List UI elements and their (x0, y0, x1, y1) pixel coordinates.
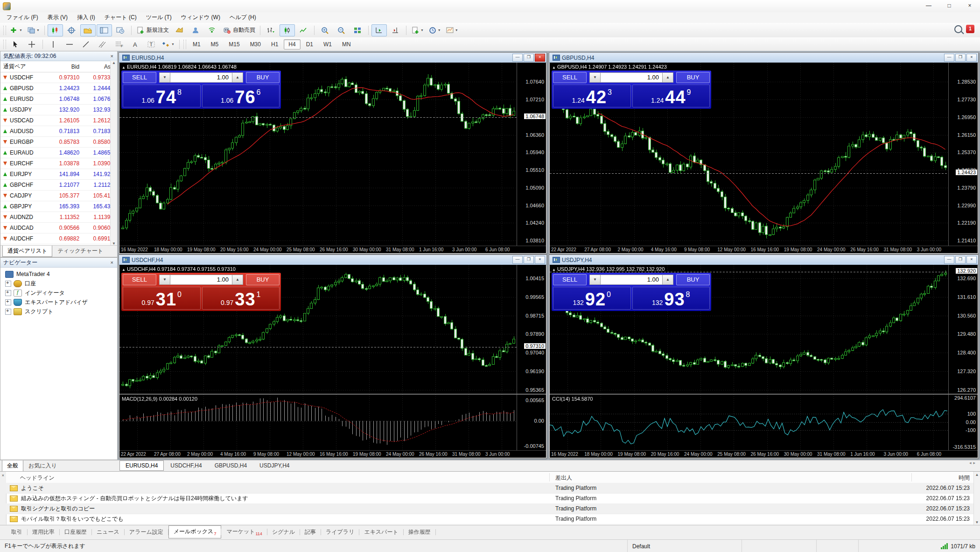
strategy-tester-button[interactable] (113, 24, 128, 36)
chart-minimize-button[interactable]: — (944, 54, 954, 62)
timeframe-w1[interactable]: W1 (319, 39, 336, 50)
collapse-icon[interactable]: ▲ (122, 65, 126, 70)
market-watch-tab-0[interactable]: 通貨ペアリスト (2, 246, 52, 257)
volume-decrease-button[interactable]: ▼ (159, 72, 170, 83)
buy-button[interactable]: BUY (246, 274, 280, 285)
text-label-tool-button[interactable]: T (144, 38, 159, 50)
navigator-item-2[interactable]: エキスパートアドバイザ (0, 297, 117, 307)
chart-shift-button[interactable] (388, 24, 403, 36)
templates-button[interactable]: ▼ (444, 24, 460, 36)
volume-input[interactable]: 1.00 (601, 72, 662, 83)
candlestick-mode-button[interactable] (280, 24, 295, 36)
volume-decrease-button[interactable]: ▼ (589, 72, 601, 83)
sell-button[interactable]: SELL (553, 72, 587, 83)
scroll-down-icon[interactable]: ▼ (975, 520, 979, 524)
menu-item-0[interactable]: ファイル (F) (2, 12, 43, 23)
sell-price-button[interactable]: 1.24423 (553, 85, 631, 107)
chart-minimize-button[interactable]: — (512, 256, 523, 264)
market-watch-row[interactable]: GBPUSD1.244231.24449 (0, 83, 117, 94)
market-watch-row[interactable]: USDJPY132.920132.938 (0, 105, 117, 115)
fibonacci-tool-button[interactable]: F (111, 38, 126, 50)
mailbox-scrollbar[interactable]: ▲▼ (973, 472, 980, 525)
horizontal-line-tool-button[interactable] (62, 38, 77, 50)
arrows-tool-button[interactable]: ▼ (160, 38, 176, 50)
market-watch-tab-1[interactable]: ティックチャート (52, 246, 108, 257)
menu-item-5[interactable]: ウィンドウ (W) (176, 12, 225, 23)
chart-close-button[interactable]: × (535, 54, 545, 62)
timeframe-m30[interactable]: M30 (245, 39, 266, 50)
timeframe-d1[interactable]: D1 (301, 39, 318, 50)
buy-button[interactable]: BUY (676, 72, 710, 83)
navigator-toggle-button[interactable] (80, 24, 96, 36)
search-icon[interactable] (954, 25, 962, 33)
chart-tab-3[interactable]: USDJPY,H4 (253, 460, 295, 471)
indicator-separator[interactable] (119, 394, 546, 395)
scroll-up-icon[interactable]: ▲ (975, 473, 979, 477)
column-time[interactable]: 時間 (959, 474, 970, 482)
volume-increase-button[interactable]: ▲ (662, 72, 673, 83)
timeframe-m5[interactable]: M5 (206, 39, 224, 50)
tree-expand-icon[interactable] (5, 290, 11, 296)
chart-titlebar[interactable]: USDCHF,H4 — ❐ × (119, 255, 546, 265)
buy-button[interactable]: BUY (676, 274, 710, 285)
terminal-tab-7[interactable]: シグナル (267, 526, 300, 538)
terminal-tab-10[interactable]: エキスパート (359, 526, 403, 538)
navigator-tab-0[interactable]: 全般 (2, 460, 23, 472)
signals-button[interactable] (204, 24, 220, 36)
volume-decrease-button[interactable]: ▼ (589, 275, 601, 285)
chart-restore-button[interactable]: ❐ (955, 54, 966, 62)
indicator-separator[interactable] (550, 394, 978, 395)
terminal-tab-11[interactable]: 操作履歴 (404, 526, 435, 538)
cci-indicator-canvas[interactable] (550, 395, 949, 451)
market-watch-row[interactable]: AUDCHF0.698820.69916 (0, 234, 117, 244)
chart-tab-1[interactable]: USDCHF,H4 (164, 460, 208, 471)
terminal-tab-0[interactable]: 取引 (7, 526, 27, 538)
metaeditor-button[interactable] (172, 24, 187, 36)
chart-titlebar[interactable]: EURUSD,H4 — ❐ × (119, 53, 546, 63)
market-watch-row[interactable]: GBPCHF1.210771.21125 (0, 180, 117, 191)
chart-restore-button[interactable]: ❐ (955, 256, 966, 264)
window-minimize-button[interactable]: — (918, 0, 939, 12)
terminal-tab-1[interactable]: 運用比率 (28, 526, 59, 538)
scroll-up-icon[interactable]: ▲ (112, 61, 116, 65)
market-watch-row[interactable]: EURUSD1.067481.06766 (0, 94, 117, 105)
chart-close-button[interactable]: × (966, 54, 977, 62)
market-watch-row[interactable]: AUDCAD0.905660.90600 (0, 223, 117, 234)
chart-minimize-button[interactable]: — (944, 256, 954, 264)
menu-item-6[interactable]: ヘルプ (H) (225, 12, 261, 23)
navigator-root[interactable]: MetaTrader 4 (0, 269, 117, 279)
terminal-tab-5[interactable]: メールボックス7 (168, 525, 222, 538)
market-watch-row[interactable]: USDCAD1.261051.26129 (0, 115, 117, 126)
timeframe-h1[interactable]: H1 (266, 39, 283, 50)
tile-windows-button[interactable] (350, 24, 365, 36)
macd-indicator-canvas[interactable] (119, 395, 517, 451)
terminal-tab-6[interactable]: マーケット114 (222, 526, 266, 538)
market-watch-row[interactable]: EURCHF1.038781.03906 (0, 158, 117, 169)
column-symbol[interactable]: 通貨ペア (0, 63, 49, 71)
navigator-item-3[interactable]: スクリプト (0, 307, 117, 316)
volume-decrease-button[interactable]: ▼ (159, 275, 170, 285)
close-icon[interactable]: × (110, 260, 114, 265)
menu-item-3[interactable]: チャート (C) (100, 12, 141, 23)
window-close-button[interactable]: × (959, 0, 980, 12)
market-watch-row[interactable]: USDCHF0.973100.97331 (0, 72, 117, 83)
chart-titlebar[interactable]: USDJPY,H4 — ❐ × (549, 255, 978, 265)
column-bid[interactable]: Bid (49, 64, 83, 70)
bar-chart-mode-button[interactable] (263, 24, 279, 36)
volume-increase-button[interactable]: ▲ (232, 275, 243, 285)
chart-titlebar[interactable]: GBPUSD,H4 — ❐ × (549, 53, 978, 63)
timeframe-m1[interactable]: M1 (188, 39, 205, 50)
close-icon[interactable]: × (110, 53, 114, 59)
terminal-tab-8[interactable]: 記事 (300, 526, 321, 538)
zoom-in-button[interactable] (317, 24, 333, 36)
buy-price-button[interactable]: 132938 (632, 287, 710, 310)
new-chart-button[interactable]: ▼ (8, 24, 24, 36)
mql5-community-button[interactable] (188, 24, 203, 36)
tree-expand-icon[interactable] (5, 281, 11, 287)
menu-item-2[interactable]: 挿入 (I) (72, 12, 100, 23)
sell-price-button[interactable]: 0.97310 (123, 287, 201, 310)
market-watch-row[interactable]: AUDUSD0.718130.71834 (0, 126, 117, 137)
mailbox-row[interactable]: 取引シグナルと取引のコピーTrading Platform2022.06.07 … (6, 503, 973, 514)
status-profile[interactable]: Default (628, 540, 742, 552)
collapse-icon[interactable]: ▲ (122, 268, 126, 272)
